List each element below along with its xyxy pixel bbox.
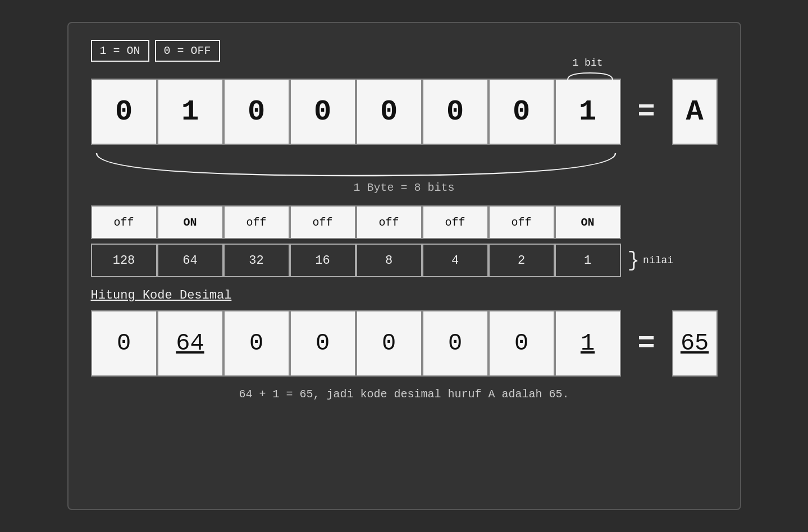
value-box-7: 1 — [555, 244, 621, 277]
nilai-label: } nilai — [628, 249, 674, 272]
onoff-row: offONoffoffoffoffoffON — [91, 205, 718, 239]
decimal-box-7: 1 — [555, 310, 621, 377]
decimal-box-1: 64 — [157, 310, 223, 377]
footer-text: 64 + 1 = 65, jadi kode desimal huruf A a… — [91, 388, 718, 401]
bit-box-5: 0 — [422, 79, 489, 145]
decimal-box-0: 0 — [91, 310, 157, 377]
decimal-box-2: 0 — [223, 310, 290, 377]
bit-box-4: 0 — [356, 79, 422, 145]
onoff-box-4: off — [356, 205, 422, 239]
decimal-boxes: 064000001 — [91, 310, 621, 377]
decimal-box-3: 0 — [290, 310, 356, 377]
brace-container — [91, 150, 621, 181]
bit-box-0: 0 — [91, 79, 157, 145]
legend-off: 0 = OFF — [155, 40, 220, 62]
byte-brace — [91, 150, 621, 181]
onoff-box-1: ON — [157, 205, 223, 239]
equals-symbol: = — [638, 95, 655, 129]
value-box-5: 4 — [422, 244, 489, 277]
bit-box-2: 0 — [223, 79, 290, 145]
bit-box-6: 0 — [489, 79, 555, 145]
nilai-text: nilai — [643, 255, 673, 266]
decimal-box-5: 0 — [422, 310, 489, 377]
bit-box-3: 0 — [290, 79, 356, 145]
value-box-1: 64 — [157, 244, 223, 277]
value-box-0: 128 — [91, 244, 157, 277]
bit-box-7: 1 — [555, 79, 621, 145]
onoff-box-7: ON — [555, 205, 621, 239]
decimal-box-4: 0 — [356, 310, 422, 377]
bit-box-1: 1 — [157, 79, 223, 145]
onoff-box-6: off — [489, 205, 555, 239]
onoff-box-0: off — [91, 205, 157, 239]
value-box-4: 8 — [356, 244, 422, 277]
bit-row: 01000001 = A — [91, 79, 718, 145]
onoff-box-3: off — [290, 205, 356, 239]
brace-section — [91, 150, 718, 184]
one-bit-brace — [565, 71, 615, 81]
decimal-row: 064000001 = 65 — [91, 310, 718, 377]
value-box-6: 2 — [489, 244, 555, 277]
bit-section: 1 bit 01000001 = A — [91, 79, 718, 145]
nilai-brace-icon: } — [628, 249, 640, 272]
main-container: 1 = ON 0 = OFF 1 bit — [67, 22, 741, 510]
values-section: 1286432168421 } nilai — [91, 244, 718, 277]
value-box-2: 32 — [223, 244, 290, 277]
values-row: 1286432168421 — [91, 244, 621, 277]
bit-boxes: 01000001 — [91, 79, 621, 145]
legend-on: 1 = ON — [91, 40, 149, 62]
legend-row: 1 = ON 0 = OFF — [91, 40, 718, 62]
onoff-box-2: off — [223, 205, 290, 239]
decimal-equals-symbol: = — [638, 327, 655, 360]
hitung-label: Hitung Kode Desimal — [91, 288, 718, 302]
result-box: A — [672, 79, 718, 145]
value-box-3: 16 — [290, 244, 356, 277]
decimal-box-6: 0 — [489, 310, 555, 377]
decimal-result-box: 65 — [672, 310, 718, 377]
onoff-box-5: off — [422, 205, 489, 239]
one-bit-label: 1 bit — [572, 57, 602, 68]
